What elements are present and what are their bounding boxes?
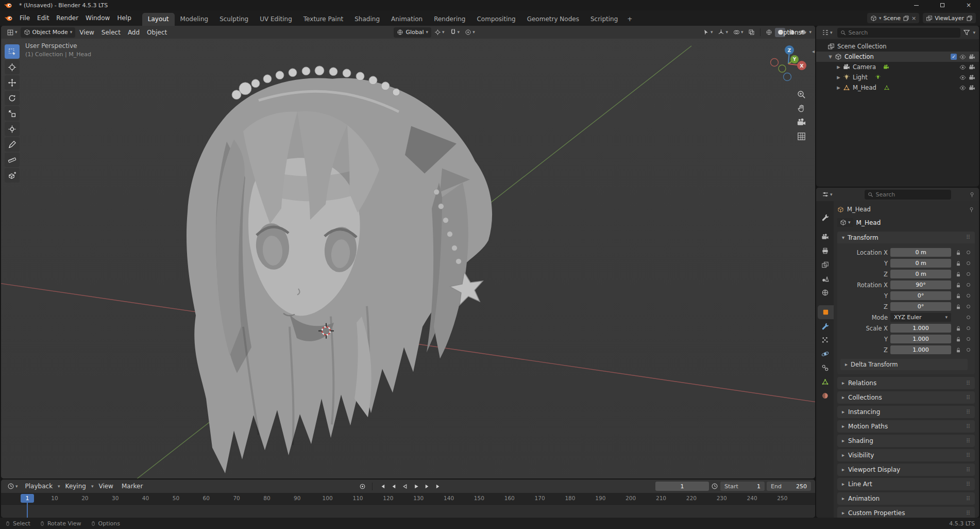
animate-dot[interactable] <box>965 348 971 352</box>
outliner-search-input[interactable] <box>849 29 958 36</box>
hide-eye-icon[interactable] <box>959 64 966 71</box>
close-button[interactable]: × <box>957 0 980 10</box>
disable-render-icon[interactable] <box>969 85 975 91</box>
props-section-motion-paths[interactable]: ▸Motion Paths⠿ <box>837 420 975 433</box>
expand-chevron-icon[interactable]: ▼ <box>827 54 833 59</box>
props-section-custom-properties[interactable]: ▸Custom Properties⠿ <box>837 507 975 518</box>
jump-to-start-button[interactable] <box>377 482 387 491</box>
tab-object[interactable] <box>818 305 834 319</box>
gizmo-neg-x[interactable] <box>771 59 779 67</box>
viewport-menu-select[interactable]: Select <box>98 28 124 37</box>
props-section-line-art[interactable]: ▸Line Art⠿ <box>837 478 975 490</box>
pan-hand-button[interactable] <box>797 104 806 113</box>
add-cube-tool[interactable] <box>5 168 20 183</box>
gizmo-neg-z[interactable] <box>784 73 791 81</box>
properties-editor-type-button[interactable]: ▾ <box>820 190 835 199</box>
playhead-badge[interactable]: 1 <box>21 494 34 503</box>
panel-grip-icon[interactable]: ⠿ <box>966 234 970 241</box>
rotate-tool[interactable] <box>5 91 20 105</box>
viewport-menu-view[interactable]: View <box>76 28 97 37</box>
maximize-button[interactable] <box>931 0 954 10</box>
animate-dot[interactable] <box>965 294 971 297</box>
play-button[interactable] <box>411 482 421 491</box>
animate-dot[interactable] <box>965 316 971 319</box>
orthographic-toggle-button[interactable] <box>797 131 806 141</box>
hide-eye-icon[interactable] <box>959 54 966 60</box>
props-section-relations[interactable]: ▸Relations⠿ <box>837 377 975 389</box>
timeline-track[interactable] <box>1 504 815 518</box>
tab-view-layer[interactable] <box>816 258 834 272</box>
disable-render-icon[interactable] <box>969 54 975 60</box>
new-viewlayer-icon[interactable] <box>966 15 973 22</box>
selectability-visibility-button[interactable]: ▾ <box>701 28 715 37</box>
overlays-toggle-button[interactable]: ▾ <box>731 28 746 37</box>
breadcrumb-object-name[interactable]: M_Head <box>847 206 871 213</box>
timeline-menu-keying[interactable]: Keying <box>62 482 89 491</box>
menu-file[interactable]: File <box>16 13 33 23</box>
properties-search[interactable] <box>865 190 951 200</box>
outliner-search[interactable] <box>837 28 961 38</box>
rotation-z-field[interactable]: 0° <box>890 302 951 311</box>
location-y-field[interactable]: 0 m <box>890 259 951 268</box>
workspace-tab-scripting[interactable]: Scripting <box>585 13 623 26</box>
scale-x-field[interactable]: 1.000 <box>890 324 951 333</box>
outliner-row-collection[interactable]: ▼ Collection ✓ <box>816 52 979 62</box>
add-workspace-button[interactable]: + <box>623 13 636 26</box>
props-section-animation[interactable]: ▸Animation⠿ <box>837 492 975 505</box>
animate-dot[interactable] <box>965 261 971 265</box>
tab-scene[interactable] <box>816 272 834 286</box>
location-x-field[interactable]: 0 m <box>890 248 951 257</box>
editor-type-button[interactable]: ▾ <box>5 28 20 37</box>
workspace-tab-geometry-nodes[interactable]: Geometry Nodes <box>521 13 585 26</box>
properties-search-input[interactable] <box>876 191 948 198</box>
blender-menu-icon[interactable] <box>4 15 13 21</box>
menu-window[interactable]: Window <box>82 13 113 23</box>
camera-view-button[interactable] <box>797 118 806 127</box>
chevron-down-icon[interactable]: ▾ <box>973 30 975 35</box>
xray-toggle-button[interactable] <box>746 28 757 37</box>
workspace-tab-modeling[interactable]: Modeling <box>175 13 214 26</box>
animate-dot[interactable] <box>965 305 971 308</box>
annotate-tool[interactable] <box>5 137 20 152</box>
animate-dot[interactable] <box>965 272 971 276</box>
pin-id-icon[interactable] <box>969 191 975 198</box>
props-section-instancing[interactable]: ▸Instancing⠿ <box>837 406 975 418</box>
prev-keyframe-button[interactable] <box>388 482 399 491</box>
lock-icon[interactable] <box>954 271 962 277</box>
workspace-tab-layout[interactable]: Layout <box>142 13 175 26</box>
scale-z-field[interactable]: 1.000 <box>890 345 951 354</box>
workspace-tab-sculpting[interactable]: Sculpting <box>214 13 254 26</box>
props-section-viewport-display[interactable]: ▸Viewport Display⠿ <box>837 464 975 476</box>
proportional-editing-button[interactable]: ▾ <box>463 28 477 37</box>
tab-object-data[interactable] <box>816 375 834 389</box>
viewport-3d[interactable]: ▾ Object Mode ▾ View Select Add Object G… <box>1 26 815 478</box>
shading-wireframe-button[interactable] <box>764 28 774 37</box>
options-button[interactable]: Options ▾ <box>775 28 810 37</box>
lock-icon[interactable] <box>954 260 962 267</box>
scale-y-field[interactable]: 1.000 <box>890 335 951 343</box>
timeline-menu-view[interactable]: View <box>95 482 116 491</box>
outliner-row-scene-collection[interactable]: Scene Collection <box>816 41 979 52</box>
new-scene-icon[interactable] <box>903 15 909 22</box>
outliner-row-camera[interactable]: ▶ Camera <box>816 62 979 72</box>
expand-chevron-icon[interactable]: ▶ <box>836 75 841 80</box>
lock-icon[interactable] <box>954 347 962 353</box>
pin-icon[interactable] <box>968 206 975 213</box>
unlink-scene-icon[interactable]: × <box>911 15 916 22</box>
play-reverse-button[interactable] <box>399 482 410 491</box>
snap-button[interactable]: ▾ <box>448 28 462 37</box>
minimize-button[interactable] <box>905 0 927 10</box>
props-section-collections[interactable]: ▸Collections⠿ <box>837 391 975 404</box>
menu-render[interactable]: Render <box>53 13 82 23</box>
tab-material[interactable] <box>816 389 834 403</box>
current-frame-field[interactable]: 1 <box>655 482 709 491</box>
rotation-x-field[interactable]: 90° <box>890 280 951 289</box>
workspace-tab-texture-paint[interactable]: Texture Paint <box>298 13 349 26</box>
navigation-gizmo[interactable]: Z Y X <box>769 44 808 84</box>
filter-icon[interactable] <box>963 29 970 36</box>
auto-keying-button[interactable] <box>357 482 368 491</box>
viewlayer-selector[interactable]: ViewLayer <box>923 13 976 23</box>
animate-dot[interactable] <box>965 283 971 287</box>
animate-dot[interactable] <box>965 251 971 254</box>
hide-eye-icon[interactable] <box>959 85 966 91</box>
